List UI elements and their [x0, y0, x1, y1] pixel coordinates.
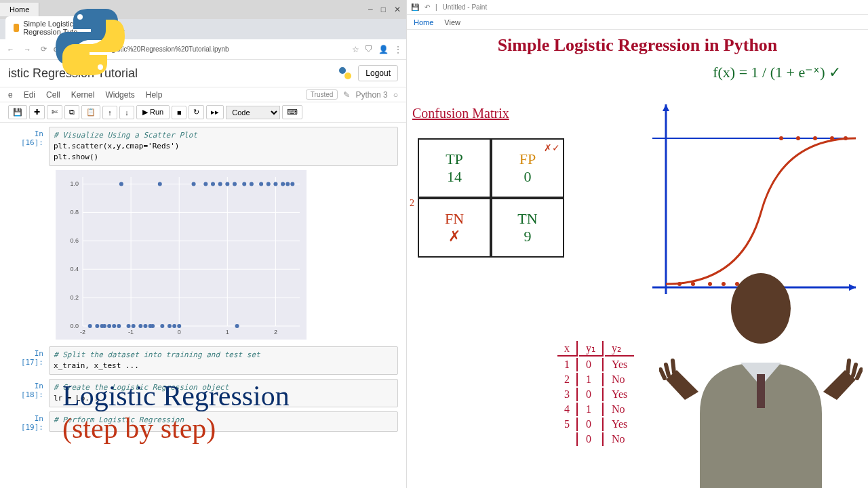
svg-point-37	[160, 324, 164, 328]
svg-line-83	[848, 361, 849, 373]
svg-point-73	[813, 136, 817, 140]
menu-file[interactable]: e	[8, 90, 13, 100]
tab-close-icon[interactable]: ✕	[100, 24, 106, 33]
menu-icon[interactable]: ⋮	[394, 45, 402, 54]
restart-button[interactable]: ↻	[189, 105, 204, 119]
menu-kernel[interactable]: Kernel	[71, 90, 95, 100]
shield-icon[interactable]: ⛉	[365, 45, 373, 54]
cell-source[interactable]: # Split the dataset into training and te…	[49, 346, 398, 375]
svg-point-76	[731, 273, 791, 344]
cell-source[interactable]: # Visualize Using a Scatter Plot plt.sca…	[49, 127, 398, 166]
cm-fn-count: ✗	[448, 228, 460, 245]
ribbon-tab-home[interactable]: Home	[414, 18, 433, 26]
svg-point-52	[281, 182, 285, 186]
svg-point-31	[127, 324, 131, 328]
paint-qat-undo-icon[interactable]: ↶	[425, 3, 430, 11]
interrupt-button[interactable]: ■	[172, 106, 186, 119]
back-button[interactable]: ←	[4, 44, 17, 55]
cell-prompt: In [18]:	[8, 379, 49, 407]
paste-button[interactable]: 📋	[81, 105, 100, 119]
svg-point-43	[218, 182, 222, 186]
python-small-icon	[338, 66, 353, 81]
copy-button[interactable]: ⧉	[64, 105, 79, 119]
menu-cell[interactable]: Cell	[46, 90, 60, 100]
notebook-title[interactable]: istic Regression Tutorial	[8, 66, 138, 81]
svg-point-75	[844, 136, 848, 140]
move-down-button[interactable]: ↓	[119, 106, 134, 119]
restart-run-button[interactable]: ▸▸	[206, 105, 224, 119]
forward-button[interactable]: →	[21, 44, 34, 55]
code-cell[interactable]: In [16]: # Visualize Using a Scatter Plo…	[8, 127, 398, 166]
svg-point-72	[796, 136, 800, 140]
svg-point-29	[112, 324, 116, 328]
svg-point-50	[267, 182, 271, 186]
cm-fp-label: FP	[519, 150, 536, 168]
video-title-line2: (step by step)	[62, 412, 216, 445]
svg-text:0.0: 0.0	[70, 323, 79, 329]
close-button[interactable]: ✕	[394, 5, 401, 14]
svg-point-30	[119, 182, 123, 186]
reload-button[interactable]: ⟳	[38, 43, 50, 55]
svg-line-79	[666, 365, 669, 375]
cut-button[interactable]: ✄	[47, 105, 62, 119]
maximize-button[interactable]: □	[381, 5, 386, 14]
cm-tn-count: 9	[524, 228, 532, 245]
svg-point-53	[285, 182, 290, 186]
browser-tab-strip: Simple Logistic Regression Tuto ✕ +	[0, 19, 406, 39]
svg-text:0: 0	[178, 329, 181, 336]
svg-point-44	[225, 182, 229, 186]
whiteboard-canvas[interactable]: Simple Logistic Regression in Python f(x…	[407, 30, 868, 488]
menu-edit[interactable]: Edi	[24, 90, 35, 100]
code-cell[interactable]: In [17]: # Split the dataset into traini…	[8, 346, 398, 375]
svg-point-45	[233, 182, 237, 186]
profile-icon[interactable]: 👤	[378, 45, 389, 54]
svg-point-41	[203, 182, 208, 186]
svg-point-42	[211, 182, 215, 186]
svg-point-54	[290, 182, 294, 186]
jupyter-favicon-icon	[14, 24, 19, 32]
svg-point-33	[138, 324, 142, 328]
browser-tab-active[interactable]: Simple Logistic Regression Tuto ✕	[5, 16, 114, 39]
run-button[interactable]: ▶ Run	[136, 105, 170, 119]
svg-text:1: 1	[226, 329, 229, 336]
confusion-matrix-title: Confusion Matrix	[412, 106, 509, 121]
edit-icon[interactable]: ✎	[343, 90, 350, 100]
cm-fp-mark: ✗✓	[544, 142, 560, 154]
ribbon-tab-view[interactable]: View	[444, 18, 460, 26]
svg-text:0.2: 0.2	[70, 294, 79, 301]
svg-point-32	[132, 324, 136, 328]
svg-point-74	[830, 136, 834, 140]
cell-prompt: In [16]:	[8, 127, 49, 166]
new-tab-button[interactable]: +	[114, 22, 130, 39]
cm-tp-label: TP	[446, 150, 463, 168]
paint-qat-save-icon[interactable]: 💾	[411, 3, 419, 11]
save-button[interactable]: 💾	[8, 105, 27, 119]
command-palette-button[interactable]: ⌨	[282, 105, 302, 119]
svg-point-71	[779, 136, 783, 140]
jupyter-toolbar: 💾 ✚ ✄ ⧉ 📋 ↑ ↓ ▶ Run ■ ↻ ▸▸ Code ⌨	[0, 102, 406, 123]
url-field[interactable]: ooks/Simple%20Logistic%20Regression%20Tu…	[54, 45, 348, 53]
minimize-button[interactable]: –	[368, 5, 373, 14]
menu-help[interactable]: Help	[146, 90, 163, 100]
paint-window: 💾 ↶ | Untitled - Paint Home View Simple …	[407, 0, 868, 488]
cm-fn-mark: 2	[410, 198, 414, 209]
jupyter-menubar: e Edi Cell Kernel Widgets Help Trusted ✎…	[0, 87, 406, 102]
svg-line-80	[673, 361, 674, 373]
svg-point-51	[273, 182, 277, 186]
add-cell-button[interactable]: ✚	[29, 105, 45, 119]
home-tab[interactable]: Home	[0, 3, 39, 16]
logout-button[interactable]: Logout	[358, 65, 398, 81]
celltype-select[interactable]: Code	[226, 106, 280, 119]
svg-text:0.4: 0.4	[70, 266, 79, 272]
kernel-idle-icon: ○	[393, 90, 398, 100]
star-icon[interactable]: ☆	[352, 45, 359, 54]
cell-prompt: In [17]:	[8, 346, 49, 375]
svg-text:-2: -2	[80, 329, 85, 336]
svg-text:2: 2	[274, 329, 277, 336]
kernel-name: Python 3	[355, 90, 387, 100]
cm-fn-label: FN	[445, 210, 464, 228]
move-up-button[interactable]: ↑	[102, 106, 117, 119]
svg-point-0	[339, 67, 346, 74]
menu-widgets[interactable]: Widgets	[105, 90, 134, 100]
cm-tp-count: 14	[447, 168, 462, 186]
